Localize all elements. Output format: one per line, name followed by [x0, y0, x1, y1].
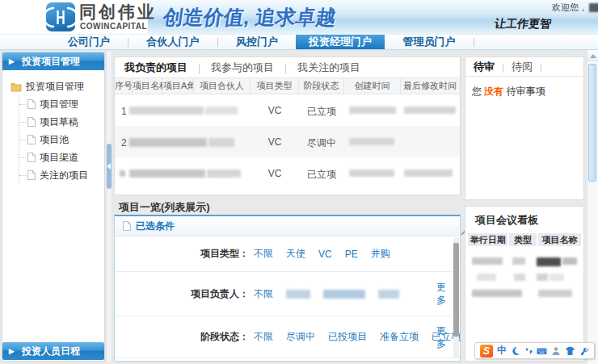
sidebar-item-label: 项目池 — [40, 133, 69, 147]
filter-option[interactable]: 并购 — [371, 247, 390, 261]
col-role-a: 项目A角 — [163, 78, 194, 94]
row-type: VC — [251, 136, 299, 148]
redacted-project — [537, 257, 561, 266]
meetings-title: 项目会议看板 — [465, 207, 583, 232]
nav-tab-risk[interactable]: 风控门户 — [218, 35, 296, 49]
more-link[interactable]: 更多 — [436, 281, 447, 307]
inner-scrollbar[interactable] — [453, 238, 459, 358]
sidebar-header-investor-schedule[interactable]: ▸ 投资人员日程 — [2, 342, 104, 360]
filter-option[interactable]: 不限 — [254, 247, 273, 261]
sidebar-item-project-management[interactable]: 项目管理 — [19, 95, 104, 113]
redacted-project-name — [129, 169, 205, 178]
tab-my-followed-projects[interactable]: 我关注的项目 — [286, 61, 372, 75]
my-projects-panel: 我负责的项目 我参与的项目 我关注的项目 序号 项目名称 项目A角 项目合伙人 … — [114, 56, 461, 195]
tab-my-participated-projects[interactable]: 我参与的项目 — [200, 61, 285, 75]
chinese-mode-icon[interactable]: 中 — [497, 344, 507, 358]
sidebar-item-label: 项目渠道 — [40, 151, 78, 165]
nav-tab-admin[interactable]: 管理员门户 — [385, 35, 474, 49]
redacted-created-time — [349, 138, 394, 145]
tab-pending-read[interactable]: 待阅 — [503, 60, 541, 74]
page-scrollbar[interactable] — [587, 50, 598, 364]
sidebar-item-followed-projects[interactable]: 关注的项目 — [19, 166, 104, 184]
logo-subtitle: COWINCAPITAL — [80, 22, 147, 31]
meetings-panel: 项目会议看板 举行日期 类型 项目名称 — [465, 206, 584, 362]
keyboard-icon[interactable] — [537, 346, 547, 356]
filter-option[interactable]: 尽调中 — [286, 330, 315, 344]
my-projects-tabs: 我负责的项目 我参与的项目 我关注的项目 — [115, 57, 460, 78]
redacted-project — [562, 257, 577, 265]
filter-row-project-owner: 项目负责人： 不限 更多 — [115, 272, 460, 316]
filter-label: 项目类型： — [115, 247, 254, 261]
todo-message-prefix: 您 — [472, 86, 484, 97]
todo-panel: 待审 待阅 您 没有 待审事项 — [465, 56, 584, 200]
sidebar-header-project-management[interactable]: ▸ 投资项目管理 — [2, 52, 104, 70]
inner-scrollbar-thumb[interactable] — [453, 243, 459, 337]
col-partner: 项目合伙人 — [194, 78, 251, 94]
redacted-project-name — [129, 138, 207, 147]
wrench-icon[interactable] — [579, 346, 589, 356]
tree-root-label: 投资项目管理 — [26, 80, 84, 94]
redacted-owner-name — [286, 290, 310, 299]
filter-option[interactable]: VC — [318, 249, 332, 260]
collapse-sidebar-handle[interactable] — [107, 144, 112, 189]
sidebar-item-project-channels[interactable]: 项目渠道 — [19, 149, 104, 166]
user-icon[interactable] — [551, 346, 561, 356]
nav-tab-partner[interactable]: 合伙人门户 — [128, 35, 217, 49]
meeting-row[interactable] — [465, 253, 583, 270]
nav-tab-company[interactable]: 公司门户 — [50, 35, 128, 49]
filter-option[interactable]: PE — [345, 249, 358, 260]
page-icon — [27, 135, 36, 144]
skin-shirt-icon[interactable] — [565, 346, 575, 356]
sidebar-bottom-label: 投资人员日程 — [22, 345, 80, 357]
page-icon — [27, 153, 36, 162]
redacted-type — [512, 257, 525, 265]
scroll-up-button[interactable] — [587, 50, 598, 61]
punctuation-icon[interactable] — [524, 346, 533, 356]
cowin-logo-icon — [46, 2, 75, 31]
separator — [474, 38, 474, 47]
table-row[interactable]: 1 VC 已立项 — [115, 94, 460, 126]
table-row[interactable]: 2 VC 尽调中 — [115, 126, 460, 157]
sidebar: ▸ 投资项目管理 投资项目管理 项目管理 — [2, 52, 105, 362]
tab-my-responsible-projects[interactable]: 我负责的项目 — [124, 61, 199, 75]
user-name-redacted — [589, 3, 598, 12]
row-type: VC — [251, 168, 299, 179]
meeting-row[interactable] — [465, 270, 583, 286]
sidebar-header-label: 投资项目管理 — [22, 56, 80, 67]
filter-label: 项目负责人： — [115, 287, 254, 301]
filter-label: 阶段状态： — [115, 330, 254, 344]
redacted-project — [538, 290, 572, 297]
sogou-icon[interactable]: S — [480, 345, 493, 358]
row-status: 已立项 — [299, 105, 344, 119]
col-created: 创建时间 — [344, 78, 401, 94]
row-seq: 1 — [121, 106, 127, 117]
filter-option[interactable]: 已投项目 — [328, 330, 367, 344]
selected-conditions-label: 已选条件 — [136, 220, 175, 233]
more-link[interactable]: 更多 — [436, 324, 447, 350]
page-icon — [27, 99, 36, 109]
filter-option[interactable]: 不限 — [254, 330, 273, 344]
welcome-text: 欢迎您， — [552, 2, 598, 14]
redacted-project — [550, 274, 564, 281]
page-icon — [27, 170, 36, 180]
redacted-date — [472, 290, 522, 297]
filter-option[interactable]: 准备立项 — [380, 330, 419, 344]
tree-root-project-management[interactable]: 投资项目管理 — [2, 70, 104, 94]
sidebar-item-project-pool[interactable]: 项目池 — [19, 131, 104, 149]
table-row[interactable]: VC 已立项 — [115, 157, 460, 189]
meeting-row[interactable] — [465, 286, 583, 302]
nav-tab-investment-manager[interactable]: 投资经理门户 — [296, 35, 385, 49]
sidebar-item-project-drafts[interactable]: 项目草稿 — [19, 113, 104, 131]
tab-pending-review[interactable]: 待审 — [474, 60, 503, 74]
filter-option[interactable]: 天使 — [286, 247, 305, 261]
page-icon — [123, 221, 131, 231]
scrollbar-thumb[interactable] — [588, 64, 596, 182]
sidebar-splitter[interactable] — [106, 52, 112, 362]
redacted-modified-time — [404, 169, 453, 177]
fullwidth-moon-icon[interactable] — [511, 346, 520, 356]
col-meeting-date: 举行日期 — [467, 232, 508, 247]
redacted-created-time — [349, 107, 396, 114]
filter-option[interactable]: 不限 — [254, 287, 273, 301]
sidebar-item-label: 项目管理 — [40, 98, 78, 111]
row-type: VC — [251, 105, 299, 116]
